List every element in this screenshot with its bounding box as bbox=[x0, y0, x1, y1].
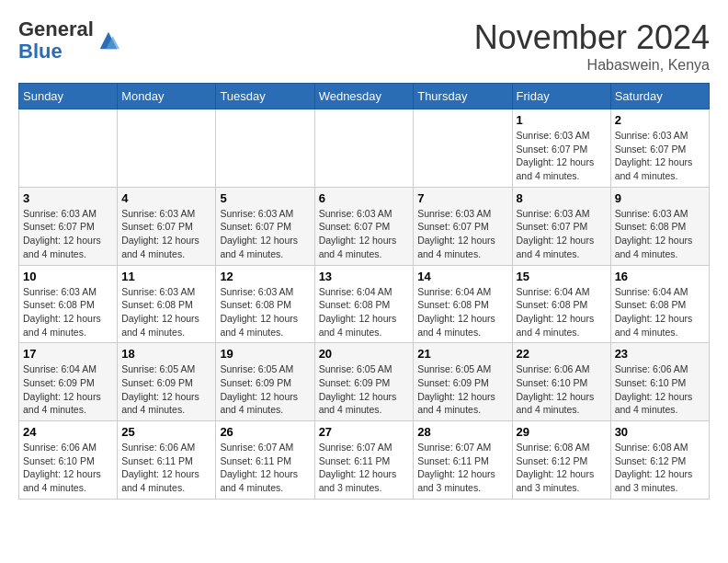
day-info: Sunrise: 6:05 AMSunset: 6:09 PMDaylight:… bbox=[220, 362, 310, 417]
day-cell: 27Sunrise: 6:07 AMSunset: 6:11 PMDayligh… bbox=[314, 421, 414, 500]
day-cell: 20Sunrise: 6:05 AMSunset: 6:09 PMDayligh… bbox=[314, 343, 414, 421]
day-info: Sunrise: 6:03 AMSunset: 6:08 PMDaylight:… bbox=[121, 285, 211, 339]
col-header-monday: Monday bbox=[118, 84, 216, 109]
day-cell: 7Sunrise: 6:03 AMSunset: 6:07 PMDaylight… bbox=[414, 187, 512, 265]
day-cell: 13Sunrise: 6:04 AMSunset: 6:08 PMDayligh… bbox=[314, 265, 414, 343]
month-title: November 2024 bbox=[474, 18, 710, 57]
day-cell: 29Sunrise: 6:08 AMSunset: 6:12 PMDayligh… bbox=[512, 421, 610, 500]
day-cell: 4Sunrise: 6:03 AMSunset: 6:07 PMDaylight… bbox=[118, 187, 216, 265]
day-info: Sunrise: 6:03 AMSunset: 6:07 PMDaylight:… bbox=[517, 129, 607, 183]
week-row-3: 10Sunrise: 6:03 AMSunset: 6:08 PMDayligh… bbox=[19, 265, 710, 343]
col-header-tuesday: Tuesday bbox=[216, 84, 314, 109]
day-number: 5 bbox=[220, 191, 310, 205]
day-info: Sunrise: 6:03 AMSunset: 6:07 PMDaylight:… bbox=[121, 207, 211, 261]
day-number: 17 bbox=[23, 347, 113, 361]
page-header: General Blue November 2024 Habaswein, Ke… bbox=[18, 18, 710, 74]
day-cell: 2Sunrise: 6:03 AMSunset: 6:07 PMDaylight… bbox=[610, 109, 709, 188]
day-cell: 24Sunrise: 6:06 AMSunset: 6:10 PMDayligh… bbox=[19, 421, 118, 500]
day-number: 3 bbox=[23, 191, 113, 205]
day-number: 8 bbox=[517, 191, 607, 205]
day-cell: 22Sunrise: 6:06 AMSunset: 6:10 PMDayligh… bbox=[512, 343, 610, 421]
day-number: 15 bbox=[517, 270, 607, 283]
day-info: Sunrise: 6:04 AMSunset: 6:09 PMDaylight:… bbox=[23, 362, 113, 417]
day-cell: 9Sunrise: 6:03 AMSunset: 6:08 PMDaylight… bbox=[610, 187, 709, 265]
day-number: 21 bbox=[417, 347, 507, 361]
day-cell: 17Sunrise: 6:04 AMSunset: 6:09 PMDayligh… bbox=[19, 343, 118, 421]
day-cell: 1Sunrise: 6:03 AMSunset: 6:07 PMDaylight… bbox=[512, 109, 610, 188]
day-number: 13 bbox=[319, 270, 410, 283]
day-cell: 28Sunrise: 6:07 AMSunset: 6:11 PMDayligh… bbox=[414, 421, 512, 500]
day-number: 11 bbox=[121, 270, 211, 283]
day-cell: 30Sunrise: 6:08 AMSunset: 6:12 PMDayligh… bbox=[610, 421, 709, 500]
calendar-header: SundayMondayTuesdayWednesdayThursdayFrid… bbox=[19, 84, 710, 109]
day-number: 4 bbox=[121, 191, 211, 205]
day-cell: 23Sunrise: 6:06 AMSunset: 6:10 PMDayligh… bbox=[610, 343, 709, 421]
day-number: 22 bbox=[517, 347, 607, 361]
day-info: Sunrise: 6:06 AMSunset: 6:10 PMDaylight:… bbox=[23, 441, 113, 495]
day-info: Sunrise: 6:07 AMSunset: 6:11 PMDaylight:… bbox=[220, 441, 310, 495]
day-cell: 18Sunrise: 6:05 AMSunset: 6:09 PMDayligh… bbox=[118, 343, 216, 421]
week-row-4: 17Sunrise: 6:04 AMSunset: 6:09 PMDayligh… bbox=[19, 343, 710, 421]
day-number: 29 bbox=[517, 425, 607, 439]
day-number: 14 bbox=[417, 270, 507, 283]
day-cell: 12Sunrise: 6:03 AMSunset: 6:08 PMDayligh… bbox=[216, 265, 314, 343]
day-info: Sunrise: 6:03 AMSunset: 6:08 PMDaylight:… bbox=[220, 285, 310, 339]
day-info: Sunrise: 6:06 AMSunset: 6:10 PMDaylight:… bbox=[615, 362, 705, 417]
day-info: Sunrise: 6:04 AMSunset: 6:08 PMDaylight:… bbox=[517, 285, 607, 339]
day-number: 18 bbox=[121, 347, 211, 361]
day-info: Sunrise: 6:06 AMSunset: 6:11 PMDaylight:… bbox=[121, 441, 211, 495]
day-cell: 11Sunrise: 6:03 AMSunset: 6:08 PMDayligh… bbox=[118, 265, 216, 343]
day-info: Sunrise: 6:04 AMSunset: 6:08 PMDaylight:… bbox=[615, 285, 705, 339]
day-number: 9 bbox=[615, 191, 705, 205]
day-number: 30 bbox=[615, 425, 705, 439]
logo-general: General bbox=[18, 17, 94, 40]
day-info: Sunrise: 6:04 AMSunset: 6:08 PMDaylight:… bbox=[417, 285, 507, 339]
day-cell: 19Sunrise: 6:05 AMSunset: 6:09 PMDayligh… bbox=[216, 343, 314, 421]
day-number: 20 bbox=[319, 347, 410, 361]
day-cell: 6Sunrise: 6:03 AMSunset: 6:07 PMDaylight… bbox=[314, 187, 414, 265]
day-cell: 5Sunrise: 6:03 AMSunset: 6:07 PMDaylight… bbox=[216, 187, 314, 265]
day-info: Sunrise: 6:07 AMSunset: 6:11 PMDaylight:… bbox=[319, 441, 410, 495]
day-cell: 14Sunrise: 6:04 AMSunset: 6:08 PMDayligh… bbox=[414, 265, 512, 343]
day-info: Sunrise: 6:07 AMSunset: 6:11 PMDaylight:… bbox=[417, 441, 507, 495]
day-info: Sunrise: 6:03 AMSunset: 6:08 PMDaylight:… bbox=[23, 285, 113, 339]
day-number: 26 bbox=[220, 425, 310, 439]
col-header-thursday: Thursday bbox=[414, 84, 512, 109]
week-row-1: 1Sunrise: 6:03 AMSunset: 6:07 PMDaylight… bbox=[19, 109, 710, 188]
day-cell bbox=[19, 109, 118, 188]
logo-blue: Blue bbox=[18, 40, 63, 63]
day-number: 2 bbox=[615, 113, 705, 127]
day-info: Sunrise: 6:05 AMSunset: 6:09 PMDaylight:… bbox=[417, 362, 507, 417]
day-cell: 26Sunrise: 6:07 AMSunset: 6:11 PMDayligh… bbox=[216, 421, 314, 500]
logo-icon bbox=[96, 28, 121, 53]
day-number: 10 bbox=[23, 270, 113, 283]
day-cell bbox=[118, 109, 216, 188]
day-cell bbox=[414, 109, 512, 188]
col-header-wednesday: Wednesday bbox=[314, 84, 414, 109]
day-number: 16 bbox=[615, 270, 705, 283]
day-info: Sunrise: 6:03 AMSunset: 6:07 PMDaylight:… bbox=[319, 207, 410, 261]
day-info: Sunrise: 6:03 AMSunset: 6:07 PMDaylight:… bbox=[615, 129, 705, 183]
day-cell: 8Sunrise: 6:03 AMSunset: 6:07 PMDaylight… bbox=[512, 187, 610, 265]
day-number: 1 bbox=[517, 113, 607, 127]
day-info: Sunrise: 6:06 AMSunset: 6:10 PMDaylight:… bbox=[517, 362, 607, 417]
day-number: 24 bbox=[23, 425, 113, 439]
location: Habaswein, Kenya bbox=[474, 57, 710, 74]
day-cell bbox=[314, 109, 414, 188]
title-block: November 2024 Habaswein, Kenya bbox=[474, 18, 710, 74]
day-cell: 3Sunrise: 6:03 AMSunset: 6:07 PMDaylight… bbox=[19, 187, 118, 265]
day-info: Sunrise: 6:03 AMSunset: 6:07 PMDaylight:… bbox=[517, 207, 607, 261]
day-cell: 15Sunrise: 6:04 AMSunset: 6:08 PMDayligh… bbox=[512, 265, 610, 343]
col-header-sunday: Sunday bbox=[19, 84, 118, 109]
day-info: Sunrise: 6:03 AMSunset: 6:07 PMDaylight:… bbox=[220, 207, 310, 261]
col-header-friday: Friday bbox=[512, 84, 610, 109]
day-info: Sunrise: 6:08 AMSunset: 6:12 PMDaylight:… bbox=[615, 441, 705, 495]
day-number: 7 bbox=[417, 191, 507, 205]
day-info: Sunrise: 6:03 AMSunset: 6:08 PMDaylight:… bbox=[615, 207, 705, 261]
day-number: 19 bbox=[220, 347, 310, 361]
day-info: Sunrise: 6:05 AMSunset: 6:09 PMDaylight:… bbox=[319, 362, 410, 417]
calendar-table: SundayMondayTuesdayWednesdayThursdayFrid… bbox=[18, 83, 710, 500]
day-number: 6 bbox=[319, 191, 410, 205]
day-info: Sunrise: 6:08 AMSunset: 6:12 PMDaylight:… bbox=[517, 441, 607, 495]
day-number: 28 bbox=[417, 425, 507, 439]
